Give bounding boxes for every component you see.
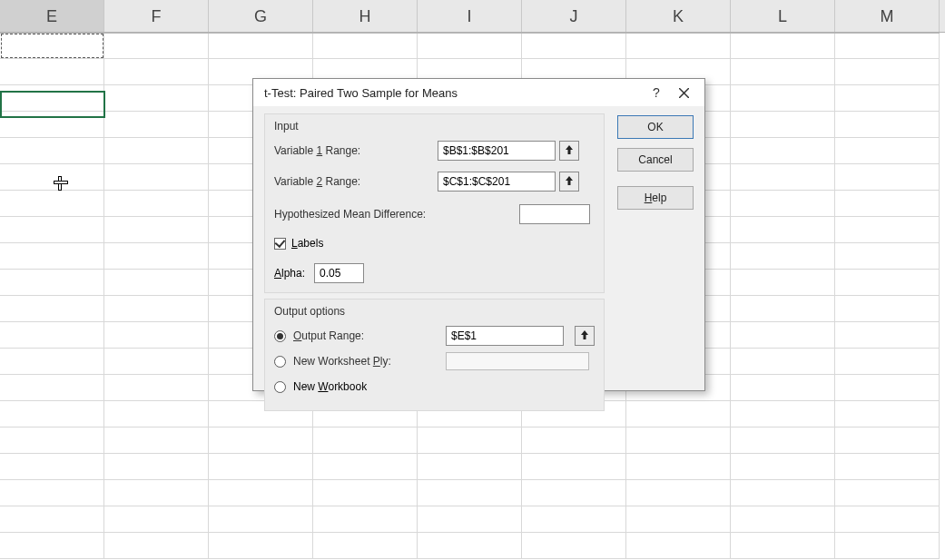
cell[interactable]: [418, 454, 522, 479]
cell[interactable]: [835, 164, 940, 190]
cell[interactable]: [835, 454, 940, 479]
cell[interactable]: [104, 164, 209, 190]
cell[interactable]: [0, 533, 104, 558]
cell[interactable]: [522, 34, 626, 58]
cell[interactable]: [731, 322, 835, 348]
cell[interactable]: [835, 506, 940, 532]
cell[interactable]: [104, 533, 209, 558]
cell[interactable]: [731, 349, 835, 374]
cell[interactable]: [0, 401, 104, 427]
column-header-G[interactable]: G: [209, 0, 313, 32]
cell[interactable]: [731, 270, 835, 295]
cell[interactable]: [209, 34, 313, 58]
cell[interactable]: [209, 533, 313, 558]
cell[interactable]: [104, 480, 209, 506]
alpha-input[interactable]: [314, 263, 364, 283]
cell[interactable]: [626, 427, 731, 453]
cell[interactable]: [104, 243, 209, 269]
cell[interactable]: [626, 454, 731, 479]
cell[interactable]: [209, 506, 313, 532]
cell[interactable]: [522, 427, 626, 453]
column-header-M[interactable]: M: [835, 0, 940, 32]
cell[interactable]: [0, 454, 104, 479]
cell[interactable]: [104, 191, 209, 216]
column-header-L[interactable]: L: [731, 0, 835, 32]
cell[interactable]: [626, 533, 731, 558]
cell[interactable]: [835, 375, 940, 400]
cell[interactable]: [0, 506, 104, 532]
var2-range-picker-button[interactable]: [559, 172, 579, 192]
cell[interactable]: [522, 533, 626, 558]
cell[interactable]: [835, 243, 940, 269]
cell[interactable]: [731, 533, 835, 558]
cell[interactable]: [731, 191, 835, 216]
cell[interactable]: [0, 243, 104, 269]
cell[interactable]: [104, 59, 209, 84]
var1-range-input[interactable]: [438, 141, 556, 161]
column-header-K[interactable]: K: [626, 0, 731, 32]
cell[interactable]: [0, 296, 104, 321]
cell[interactable]: [835, 59, 940, 84]
var1-range-picker-button[interactable]: [559, 141, 579, 161]
var2-range-input[interactable]: [438, 172, 556, 192]
cell[interactable]: [104, 296, 209, 321]
cell[interactable]: [731, 480, 835, 506]
cell[interactable]: [731, 243, 835, 269]
cell[interactable]: [104, 375, 209, 400]
cell[interactable]: [522, 454, 626, 479]
cell[interactable]: [835, 427, 940, 453]
column-header-E[interactable]: E: [0, 0, 104, 32]
cell[interactable]: [731, 375, 835, 400]
cell[interactable]: [731, 138, 835, 163]
cell[interactable]: [731, 401, 835, 427]
output-range-input[interactable]: [446, 326, 564, 346]
cell[interactable]: [0, 322, 104, 348]
cell[interactable]: [418, 34, 522, 58]
cell[interactable]: [835, 349, 940, 374]
cell[interactable]: [835, 533, 940, 558]
cell[interactable]: [104, 454, 209, 479]
cell[interactable]: [209, 427, 313, 453]
cell[interactable]: [104, 506, 209, 532]
cell[interactable]: [0, 349, 104, 374]
cell[interactable]: [418, 480, 522, 506]
cell[interactable]: [835, 112, 940, 137]
cell[interactable]: [731, 296, 835, 321]
column-header-F[interactable]: F: [104, 0, 209, 32]
cell[interactable]: [626, 480, 731, 506]
labels-checkbox[interactable]: [274, 238, 286, 250]
output-range-radio[interactable]: [274, 330, 286, 342]
cell[interactable]: [835, 296, 940, 321]
cell[interactable]: [104, 349, 209, 374]
cell[interactable]: [313, 454, 418, 479]
cell[interactable]: [731, 164, 835, 190]
cell[interactable]: [731, 427, 835, 453]
cell[interactable]: [313, 480, 418, 506]
cell[interactable]: [835, 191, 940, 216]
cell[interactable]: [104, 270, 209, 295]
cell[interactable]: [313, 533, 418, 558]
column-header-I[interactable]: I: [418, 0, 522, 32]
cell[interactable]: [104, 427, 209, 453]
ok-button[interactable]: OK: [617, 115, 694, 139]
new-worksheet-radio[interactable]: [274, 356, 286, 368]
cell[interactable]: [313, 506, 418, 532]
cell[interactable]: [835, 85, 940, 111]
cell[interactable]: [835, 401, 940, 427]
cell[interactable]: [418, 427, 522, 453]
cell[interactable]: [731, 506, 835, 532]
cell[interactable]: [104, 401, 209, 427]
cell[interactable]: [731, 112, 835, 137]
cell[interactable]: [731, 34, 835, 58]
column-header-J[interactable]: J: [522, 0, 626, 32]
cell[interactable]: [522, 506, 626, 532]
help-button[interactable]: Help: [617, 186, 694, 210]
cell[interactable]: [418, 533, 522, 558]
cell[interactable]: [522, 480, 626, 506]
hypo-mean-diff-input[interactable]: [519, 204, 590, 224]
cell[interactable]: [104, 112, 209, 137]
cell[interactable]: [835, 322, 940, 348]
close-icon[interactable]: [670, 79, 697, 106]
cell[interactable]: [313, 34, 418, 58]
cell[interactable]: [0, 427, 104, 453]
